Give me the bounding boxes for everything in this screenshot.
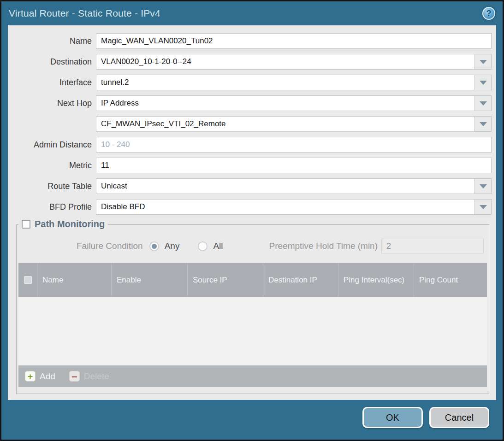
route-table-field-wrap xyxy=(96,178,492,194)
next-hop-type-dropdown-button[interactable] xyxy=(474,95,492,111)
name-input[interactable] xyxy=(96,33,492,49)
next-hop-address-dropdown-button[interactable] xyxy=(474,116,492,132)
next-hop-address-input[interactable] xyxy=(96,116,492,132)
table-header-ping-count[interactable]: Ping Count xyxy=(414,263,487,297)
static-route-form: Name Destination Interface xyxy=(8,26,496,215)
route-table-label: Route Table xyxy=(8,182,96,191)
interface-label: Interface xyxy=(8,78,96,88)
table-header-name[interactable]: Name xyxy=(37,263,111,297)
failure-condition-any-radio[interactable] xyxy=(149,241,159,251)
chevron-down-icon xyxy=(480,60,487,64)
route-table-dropdown-button[interactable] xyxy=(474,178,492,194)
path-monitoring-legend: Path Monitoring xyxy=(18,219,108,229)
route-table-input[interactable] xyxy=(96,178,492,194)
bfd-profile-input[interactable] xyxy=(96,199,492,215)
dialog-title: Virtual Router - Static Route - IPv4 xyxy=(9,8,160,19)
add-button[interactable]: + Add xyxy=(25,371,55,382)
metric-label: Metric xyxy=(8,161,96,171)
interface-field-wrap xyxy=(96,75,492,90)
form-row-interface: Interface xyxy=(8,75,492,90)
destination-field-wrap xyxy=(96,54,492,70)
path-monitoring-section: Path Monitoring Failure Condition Any Al… xyxy=(16,224,489,394)
table-header-ping-interval[interactable]: Ping Interval(sec) xyxy=(338,263,414,297)
admin-distance-input[interactable] xyxy=(96,137,492,153)
add-button-label: Add xyxy=(40,371,55,382)
form-row-route-table: Route Table xyxy=(8,178,492,194)
metric-field-wrap xyxy=(96,158,492,173)
table-body-empty xyxy=(18,297,487,365)
failure-condition-all-radio[interactable] xyxy=(198,241,208,251)
table-header-row: Name Enable Source IP Destination IP Pin… xyxy=(18,263,487,297)
failure-condition-all-label: All xyxy=(213,241,223,251)
preemptive-hold-time-input[interactable] xyxy=(381,239,484,253)
dialog-content: Name Destination Interface xyxy=(8,25,496,400)
table-toolbar: + Add – Delete xyxy=(18,365,487,387)
destination-label: Destination xyxy=(8,57,96,67)
chevron-down-icon xyxy=(480,101,487,106)
path-monitoring-checkbox[interactable] xyxy=(22,220,30,229)
chevron-down-icon xyxy=(480,122,487,126)
next-hop-label: Next Hop xyxy=(8,99,96,108)
table-header-enable[interactable]: Enable xyxy=(111,263,187,297)
minus-icon: – xyxy=(69,371,80,382)
name-label: Name xyxy=(8,36,96,46)
help-icon[interactable]: ? xyxy=(482,7,495,20)
chevron-down-icon xyxy=(480,184,487,188)
failure-condition-label: Failure Condition xyxy=(77,241,143,251)
next-hop-type-input[interactable] xyxy=(96,95,492,111)
bfd-profile-field-wrap xyxy=(96,199,492,215)
delete-button[interactable]: – Delete xyxy=(69,371,109,382)
failure-condition-row: Failure Condition Any All Preemptive Hol… xyxy=(18,238,487,254)
form-row-admin-distance: Admin Distance xyxy=(8,137,492,153)
failure-condition-any-label: Any xyxy=(165,241,180,251)
path-monitoring-title: Path Monitoring xyxy=(35,219,105,229)
path-monitoring-table: Name Enable Source IP Destination IP Pin… xyxy=(18,263,487,387)
form-row-name: Name xyxy=(8,33,492,49)
table-header-select-all xyxy=(18,263,37,297)
form-row-next-hop: Next Hop xyxy=(8,95,492,111)
admin-distance-label: Admin Distance xyxy=(8,140,96,150)
plus-icon: + xyxy=(25,371,36,382)
form-row-metric: Metric xyxy=(8,158,492,173)
preemptive-hold-time-label: Preemptive Hold Time (min) xyxy=(269,241,378,251)
bfd-profile-label: BFD Profile xyxy=(8,202,96,212)
cancel-button[interactable]: Cancel xyxy=(429,407,489,428)
bfd-profile-dropdown-button[interactable] xyxy=(474,199,492,215)
chevron-down-icon xyxy=(480,205,487,209)
table-header-source-ip[interactable]: Source IP xyxy=(187,263,263,297)
form-row-bfd-profile: BFD Profile xyxy=(8,199,492,215)
metric-input[interactable] xyxy=(96,158,492,173)
dialog-titlebar: Virtual Router - Static Route - IPv4 ? xyxy=(1,1,503,25)
destination-input[interactable] xyxy=(96,54,492,70)
interface-input[interactable] xyxy=(96,75,492,90)
select-all-checkbox[interactable] xyxy=(24,276,32,284)
chevron-down-icon xyxy=(480,81,487,85)
static-route-dialog: Virtual Router - Static Route - IPv4 ? N… xyxy=(0,0,504,441)
name-field-wrap xyxy=(96,33,492,49)
next-hop-type-field-wrap xyxy=(96,95,492,111)
form-row-next-hop-address xyxy=(8,116,492,132)
destination-dropdown-button[interactable] xyxy=(474,54,492,70)
interface-dropdown-button[interactable] xyxy=(474,75,492,90)
ok-button[interactable]: OK xyxy=(362,407,423,428)
next-hop-address-field-wrap xyxy=(96,116,492,132)
table-header-destination-ip[interactable]: Destination IP xyxy=(263,263,338,297)
admin-distance-field-wrap xyxy=(96,137,492,153)
delete-button-label: Delete xyxy=(84,371,109,382)
form-row-destination: Destination xyxy=(8,54,492,70)
